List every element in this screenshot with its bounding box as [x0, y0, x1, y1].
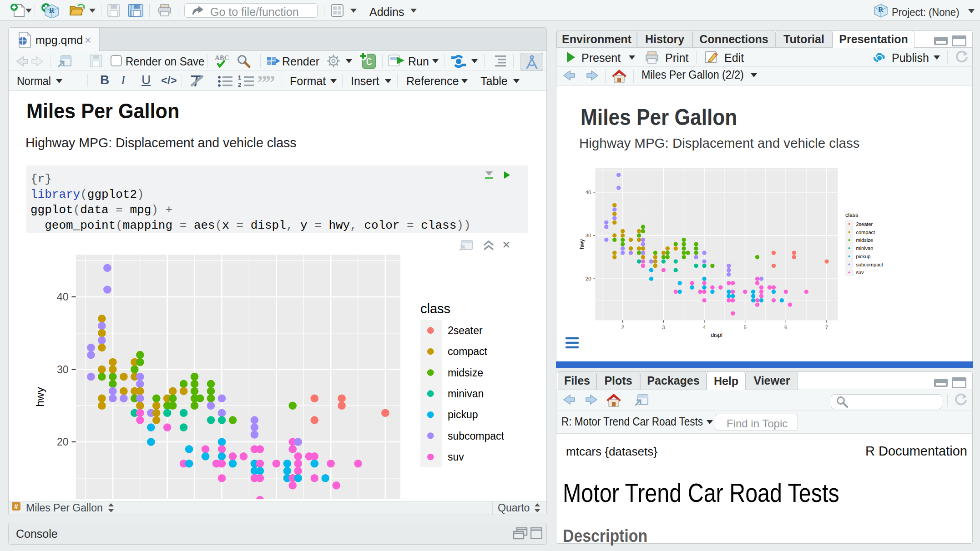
svg-text:20: 20	[586, 276, 591, 281]
svg-text:suv: suv	[856, 270, 864, 275]
svg-text:class: class	[845, 212, 858, 218]
svg-text:7: 7	[825, 325, 828, 330]
svg-text:40: 40	[586, 190, 591, 195]
svg-text:30: 30	[57, 364, 69, 376]
svg-text:midsize: midsize	[856, 237, 873, 243]
svg-text:2: 2	[238, 81, 241, 87]
svg-text:2seater: 2seater	[448, 325, 483, 336]
svg-text:compact: compact	[448, 346, 488, 357]
svg-text:suv: suv	[448, 451, 464, 463]
svg-text:compact: compact	[856, 230, 875, 235]
svg-text:1: 1	[238, 75, 241, 81]
svg-text:2: 2	[621, 325, 624, 330]
svg-text:class: class	[420, 301, 450, 316]
svg-text:4: 4	[703, 325, 706, 330]
svg-text:pickup: pickup	[448, 409, 478, 421]
svg-text:40: 40	[57, 291, 69, 303]
svg-text:C: C	[366, 57, 372, 68]
svg-text:hwy: hwy	[579, 239, 585, 249]
svg-text:displ: displ	[711, 332, 722, 338]
svg-text:minivan: minivan	[856, 245, 874, 251]
svg-text:subcompact: subcompact	[448, 430, 505, 442]
svg-text:30: 30	[586, 233, 591, 238]
svg-text:midsize: midsize	[448, 367, 483, 379]
svg-text:3: 3	[662, 325, 665, 330]
svg-text:#: #	[14, 502, 18, 510]
svg-text:hwy: hwy	[34, 386, 46, 406]
svg-text:2seater: 2seater	[856, 221, 873, 227]
svg-text:20: 20	[57, 436, 69, 448]
svg-text:R: R	[49, 6, 55, 14]
svg-text:6: 6	[784, 325, 787, 330]
svg-text:ABC: ABC	[215, 54, 229, 61]
svg-text:pickup: pickup	[856, 254, 871, 259]
svg-text:5: 5	[743, 325, 746, 330]
svg-text:R: R	[879, 6, 884, 13]
svg-text:minivan: minivan	[448, 388, 484, 400]
svg-text:subcompact: subcompact	[856, 262, 883, 267]
